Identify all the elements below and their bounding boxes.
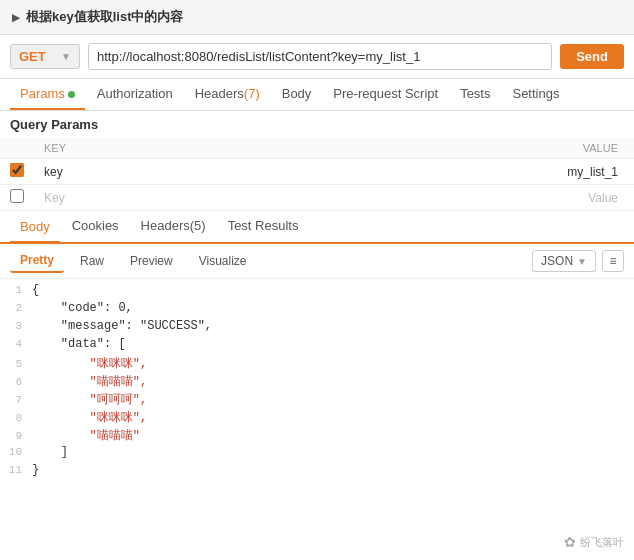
key-column-header: KEY — [34, 138, 246, 159]
url-input[interactable] — [88, 43, 552, 70]
code-line-6: 6 "喵喵喵", — [0, 373, 634, 391]
tab-params[interactable]: Params — [10, 79, 85, 110]
format-select[interactable]: JSON ▼ — [532, 250, 596, 272]
method-arrow-icon: ▼ — [61, 51, 71, 62]
params-table: KEY VALUE key my_list_1 Key Value — [0, 138, 634, 211]
url-bar: GET ▼ Send — [0, 35, 634, 79]
format-arrow-icon: ▼ — [577, 256, 587, 267]
code-line-11: 11 } — [0, 463, 634, 481]
code-line-7: 7 "呵呵呵", — [0, 391, 634, 409]
watermark-text: 纷飞落叶 — [580, 535, 624, 550]
value-column-header: VALUE — [246, 138, 634, 159]
tab-pre-request[interactable]: Pre-request Script — [323, 79, 448, 110]
row-value-placeholder: Value — [246, 185, 634, 211]
table-row: Key Value — [0, 185, 634, 211]
code-line-9: 9 "喵喵喵" — [0, 427, 634, 445]
preview-button[interactable]: Preview — [120, 250, 183, 272]
query-params-section: Query Params — [0, 111, 634, 138]
request-tabs: Params Authorization Headers(7) Body Pre… — [0, 79, 634, 111]
tab-res-test-results[interactable]: Test Results — [218, 211, 309, 242]
code-line-8: 8 "咪咪咪", — [0, 409, 634, 427]
watermark: ✿ 纷飞落叶 — [564, 534, 624, 550]
response-toolbar: Pretty Raw Preview Visualize JSON ▼ ≡ — [0, 244, 634, 279]
title-bar: ▶ 根据key值获取list中的内容 — [0, 0, 634, 35]
row-checkbox-2[interactable] — [10, 189, 24, 203]
response-body: 1 { 2 "code": 0, 3 "message": "SUCCESS",… — [0, 279, 634, 560]
response-tabs: Body Cookies Headers(5) Test Results — [0, 211, 634, 244]
code-line-4: 4 "data": [ — [0, 337, 634, 355]
page-title: 根据key值获取list中的内容 — [26, 8, 183, 26]
tab-res-cookies[interactable]: Cookies — [62, 211, 129, 242]
tab-res-headers[interactable]: Headers(5) — [131, 211, 216, 242]
method-select[interactable]: GET ▼ — [10, 44, 80, 69]
tab-settings[interactable]: Settings — [502, 79, 569, 110]
table-row: key my_list_1 — [0, 159, 634, 185]
row-key-1: key — [34, 159, 246, 185]
params-dot — [68, 91, 75, 98]
raw-button[interactable]: Raw — [70, 250, 114, 272]
row-checkbox-1[interactable] — [10, 163, 24, 177]
wrap-icon[interactable]: ≡ — [602, 250, 624, 272]
code-line-3: 3 "message": "SUCCESS", — [0, 319, 634, 337]
code-line-2: 2 "code": 0, — [0, 301, 634, 319]
tab-res-body[interactable]: Body — [10, 212, 60, 243]
code-line-1: 1 { — [0, 283, 634, 301]
row-key-placeholder: Key — [34, 185, 246, 211]
tab-tests[interactable]: Tests — [450, 79, 500, 110]
pretty-button[interactable]: Pretty — [10, 249, 64, 273]
row-value-1: my_list_1 — [246, 159, 634, 185]
format-label: JSON — [541, 254, 573, 268]
code-line-5: 5 "咪咪咪", — [0, 355, 634, 373]
expand-icon: ▶ — [12, 12, 20, 23]
method-label: GET — [19, 49, 46, 64]
tab-authorization[interactable]: Authorization — [87, 79, 183, 110]
code-line-10: 10 ] — [0, 445, 634, 463]
watermark-icon: ✿ — [564, 534, 576, 550]
tab-body[interactable]: Body — [272, 79, 322, 110]
send-button[interactable]: Send — [560, 44, 624, 69]
visualize-button[interactable]: Visualize — [189, 250, 257, 272]
tab-headers[interactable]: Headers(7) — [185, 79, 270, 110]
